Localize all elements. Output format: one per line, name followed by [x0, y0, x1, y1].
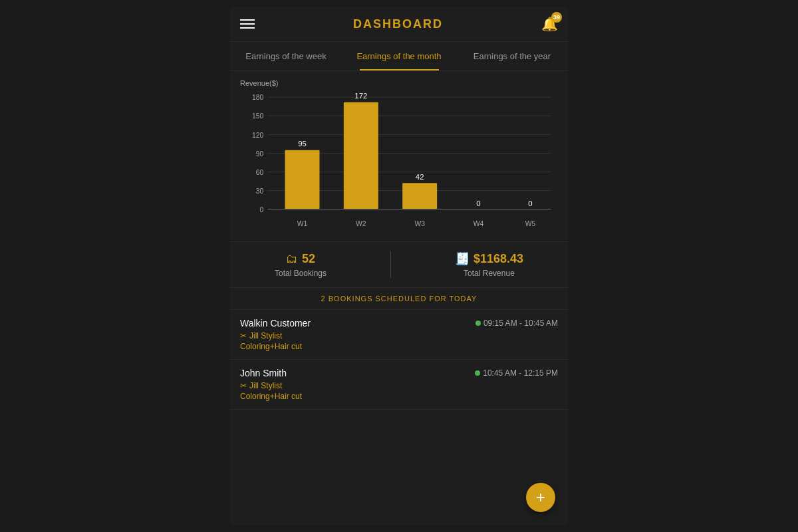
- chart-area: 180 150 120 90 60 30 0 95 W1 172 W2 42 W…: [240, 90, 558, 236]
- svg-text:W3: W3: [414, 220, 425, 227]
- booking-1-status-dot: [475, 321, 481, 326]
- svg-text:95: 95: [298, 140, 307, 148]
- tab-month[interactable]: Earnings of the month: [342, 42, 456, 70]
- booking-list: Walkin Customer 09:15 AM - 10:45 AM ✂ Ji…: [229, 310, 569, 525]
- booking-item-1[interactable]: Walkin Customer 09:15 AM - 10:45 AM ✂ Ji…: [229, 310, 569, 360]
- tab-bar: Earnings of the week Earnings of the mon…: [229, 42, 569, 71]
- revenue-top: 🧾 $1168.43: [455, 251, 523, 266]
- svg-text:90: 90: [256, 150, 264, 158]
- booking-1-service: Coloring+Hair cut: [240, 342, 558, 351]
- booking-1-name: Walkin Customer: [240, 318, 311, 329]
- total-revenue-stat: 🧾 $1168.43 Total Revenue: [455, 251, 523, 278]
- booking-item-2[interactable]: John Smith 10:45 AM - 12:15 PM ✂ Jill St…: [229, 360, 569, 410]
- plus-icon: +: [536, 488, 545, 507]
- stats-row: 🗂 52 Total Bookings 🧾 $1168.43 Total Rev…: [229, 241, 569, 288]
- notification-button[interactable]: 🔔 39: [541, 16, 558, 32]
- header: DASHBOARD 🔔 39: [229, 7, 569, 42]
- svg-text:180: 180: [252, 94, 264, 101]
- scissors-icon-1: ✂: [240, 331, 247, 340]
- booking-2-service: Coloring+Hair cut: [240, 392, 558, 401]
- svg-text:W1: W1: [297, 220, 308, 227]
- bar-w1: [285, 150, 320, 209]
- svg-text:150: 150: [252, 112, 264, 120]
- svg-text:0: 0: [260, 206, 264, 213]
- add-booking-fab[interactable]: +: [526, 483, 555, 512]
- page-title: DASHBOARD: [353, 17, 443, 31]
- booking-2-status-dot: [475, 370, 480, 376]
- svg-text:120: 120: [252, 132, 264, 139]
- notification-badge: 39: [551, 12, 562, 23]
- scissors-icon-2: ✂: [240, 381, 247, 390]
- stats-divider: [390, 251, 391, 278]
- svg-text:172: 172: [354, 92, 367, 100]
- revenue-value: $1168.43: [473, 252, 523, 266]
- bookings-top: 🗂 52: [286, 252, 315, 266]
- svg-text:42: 42: [416, 173, 424, 181]
- svg-text:W5: W5: [525, 220, 536, 227]
- booking-2-name: John Smith: [240, 368, 287, 378]
- svg-text:30: 30: [256, 188, 264, 195]
- bar-w2: [344, 102, 378, 209]
- revenue-label: Total Revenue: [464, 269, 515, 278]
- booking-1-top-row: Walkin Customer 09:15 AM - 10:45 AM: [240, 318, 558, 329]
- booking-2-stylist: ✂ Jill Stylist: [240, 381, 558, 390]
- chart-container: Revenue($) 180 150 120 90 60 30 0: [229, 71, 569, 241]
- bar-w3: [402, 183, 437, 209]
- booking-1-stylist: ✂ Jill Stylist: [240, 331, 558, 340]
- bookings-icon: 🗂: [286, 252, 298, 266]
- bookings-label: Total Bookings: [275, 269, 327, 278]
- total-bookings-stat: 🗂 52 Total Bookings: [275, 252, 327, 278]
- bar-chart: 180 150 120 90 60 30 0 95 W1 172 W2 42 W…: [240, 90, 558, 236]
- svg-text:W2: W2: [356, 220, 366, 227]
- bookings-value: 52: [302, 252, 315, 266]
- app-container: DASHBOARD 🔔 39 Earnings of the week Earn…: [229, 7, 569, 525]
- menu-button[interactable]: [240, 19, 255, 29]
- bookings-header: 2 BOOKINGS SCHEDULED FOR TODAY: [229, 288, 569, 310]
- booking-2-time: 10:45 AM - 12:15 PM: [475, 368, 558, 378]
- revenue-icon: 🧾: [455, 251, 469, 266]
- svg-text:0: 0: [528, 200, 532, 207]
- tab-year[interactable]: Earnings of the year: [456, 42, 569, 70]
- svg-text:W4: W4: [473, 220, 484, 227]
- svg-text:0: 0: [476, 200, 480, 207]
- chart-y-label: Revenue($): [240, 79, 558, 87]
- booking-1-time: 09:15 AM - 10:45 AM: [475, 319, 558, 328]
- booking-2-top-row: John Smith 10:45 AM - 12:15 PM: [240, 368, 558, 378]
- svg-text:60: 60: [256, 169, 264, 176]
- tab-week[interactable]: Earnings of the week: [229, 42, 342, 70]
